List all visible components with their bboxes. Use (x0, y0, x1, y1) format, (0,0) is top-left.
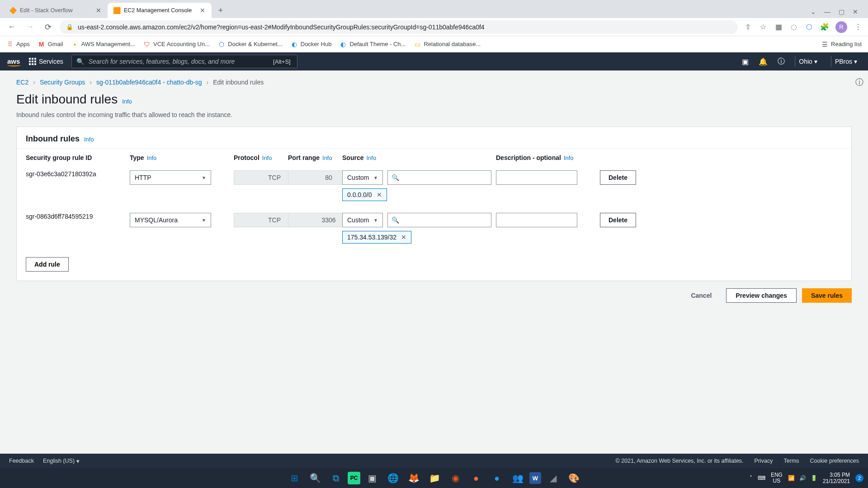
source-mode-select[interactable]: Custom ▼ (342, 170, 383, 185)
language-indicator[interactable]: US (771, 478, 783, 484)
star-icon[interactable]: ☆ (759, 23, 768, 32)
breadcrumb-sgid[interactable]: sg-011b0abfe946ca0f4 - chatto-db-sg (96, 79, 202, 86)
privacy-link[interactable]: Privacy (755, 458, 773, 464)
aws-logo[interactable]: aws (7, 57, 21, 66)
close-window-icon[interactable]: ✕ (853, 8, 858, 15)
firefox-icon[interactable]: 🦊 (405, 469, 423, 487)
description-input[interactable] (496, 170, 577, 185)
bookmark-relational-db[interactable]: ▭Relational database... (414, 41, 481, 48)
action-row: Cancel Preview changes Save rules (0, 281, 868, 310)
menu-icon[interactable]: ⋮ (854, 23, 863, 32)
cookie-link[interactable]: Cookie preferences (810, 458, 859, 464)
bookmark-apps[interactable]: ⠿Apps (6, 41, 30, 48)
region-selector[interactable]: Ohio▾ (795, 56, 821, 67)
chrome-icon[interactable]: 🌐 (384, 469, 402, 487)
close-icon[interactable]: ✕ (95, 7, 102, 14)
source-mode-select[interactable]: Custom ▼ (342, 213, 383, 227)
bookmark-aws[interactable]: ▪AWS Management... (71, 41, 135, 48)
profile-avatar[interactable]: R (835, 21, 847, 33)
feedback-link[interactable]: Feedback (9, 458, 34, 464)
extension-icon[interactable]: ▦ (774, 23, 783, 32)
breadcrumb-security-groups[interactable]: Security Groups (40, 79, 85, 86)
description-input[interactable] (496, 213, 577, 227)
info-panel-icon[interactable]: ⓘ (855, 77, 863, 88)
ubuntu-icon[interactable]: ◉ (446, 469, 464, 487)
teams-icon[interactable]: 👥 (509, 469, 527, 487)
source-search-input[interactable]: 🔍 (387, 170, 491, 185)
info-link[interactable]: Info (262, 155, 272, 161)
bookmark-gmail[interactable]: MGmail (38, 41, 63, 48)
remove-chip-icon[interactable]: ✕ (377, 191, 382, 198)
keyboard-icon[interactable]: ⌨ (758, 475, 765, 481)
remove-chip-icon[interactable]: ✕ (401, 234, 406, 241)
bell-icon[interactable]: 🔔 (759, 57, 768, 66)
add-rule-button[interactable]: Add rule (26, 257, 69, 272)
source-search-input[interactable]: 🔍 (387, 213, 491, 227)
figma-icon[interactable]: 🎨 (565, 469, 583, 487)
search-input[interactable] (89, 58, 269, 65)
bookmark-vce[interactable]: 🛡VCE Accounting Un... (143, 41, 210, 48)
close-icon[interactable]: ✕ (199, 7, 206, 14)
type-select[interactable]: HTTP ▼ (130, 170, 211, 185)
share-icon[interactable]: ⇧ (743, 23, 752, 32)
preview-button[interactable]: Preview changes (726, 288, 797, 303)
url-input[interactable]: 🔒 us-east-2.console.aws.amazon.com/ec2/v… (60, 20, 738, 34)
clock[interactable]: 3:05 PM 21/12/2021 (823, 472, 850, 485)
chevron-down-icon[interactable]: ⌄ (811, 8, 816, 15)
tray-icons[interactable]: 📶 🔊 🔋 (788, 475, 817, 481)
forward-button[interactable]: → (24, 21, 36, 33)
extensions-icon[interactable]: 🧩 (820, 23, 829, 32)
start-button[interactable]: ⊞ (285, 469, 303, 487)
delete-button[interactable]: Delete (600, 170, 636, 185)
minimize-icon[interactable]: — (824, 8, 830, 15)
pycharm-icon[interactable]: PC (348, 472, 360, 484)
tab-bar: 🔶 Edit - Stack Overflow ✕ 🟧 EC2 Manageme… (0, 0, 868, 18)
tab-inactive[interactable]: 🔶 Edit - Stack Overflow ✕ (4, 3, 108, 18)
app-icon[interactable]: ◢ (544, 469, 562, 487)
breadcrumb-ec2[interactable]: EC2 (16, 79, 28, 86)
notification-badge[interactable]: 2 (855, 474, 863, 482)
search-icon[interactable]: 🔍 (306, 469, 324, 487)
main-content: ⓘ EC2 › Security Groups › sg-011b0abfe94… (0, 70, 868, 310)
tab-active[interactable]: 🟧 EC2 Management Console ✕ (108, 3, 212, 18)
info-link[interactable]: Info (122, 98, 132, 105)
info-link[interactable]: Info (564, 155, 574, 161)
terminal-icon[interactable]: ▣ (363, 469, 381, 487)
breadcrumb-current: Edit inbound rules (213, 79, 264, 86)
bookmark-dockerhub[interactable]: ◐Docker Hub (291, 41, 332, 48)
language-selector[interactable]: English (US)▾ (43, 458, 80, 465)
help-icon[interactable]: ⓘ (778, 57, 785, 66)
copyright: © 2021, Amazon Web Services, Inc. or its… (615, 458, 743, 464)
caret-down-icon: ▼ (202, 218, 206, 223)
docker-icon[interactable]: ● (488, 469, 506, 487)
account-selector[interactable]: PBros▾ (831, 56, 861, 67)
search-box[interactable]: 🔍 [Alt+S] (71, 55, 297, 68)
explorer-icon[interactable]: 📁 (425, 469, 443, 487)
back-button[interactable]: ← (5, 21, 18, 33)
extension-icon[interactable]: ◌ (789, 23, 798, 32)
tray-chevron-icon[interactable]: ˄ (750, 475, 752, 481)
info-link[interactable]: Info (322, 155, 332, 161)
bookmark-docker-kube[interactable]: ⬡Docker & Kubernet... (218, 41, 283, 48)
info-link[interactable]: Info (366, 155, 376, 161)
postman-icon[interactable]: ● (467, 469, 485, 487)
info-link[interactable]: Info (147, 155, 157, 161)
new-tab-button[interactable]: + (214, 4, 227, 17)
cancel-button[interactable]: Cancel (682, 288, 721, 303)
bookmark-reading-list[interactable]: ☰Reading list (821, 41, 862, 48)
type-select[interactable]: MYSQL/Aurora ▼ (130, 213, 211, 227)
wifi-icon: 📶 (788, 475, 795, 481)
taskbar: ⊞ 🔍 ⧉ PC ▣ 🌐 🦊 📁 ◉ ● ● 👥 W ◢ 🎨 ˄ ⌨ ENG U… (0, 468, 868, 488)
bookmark-default-theme[interactable]: ◐Default Theme - Ch... (340, 41, 406, 48)
maximize-icon[interactable]: ▢ (839, 8, 844, 15)
delete-button[interactable]: Delete (600, 213, 636, 227)
save-button[interactable]: Save rules (802, 288, 852, 303)
reload-button[interactable]: ⟳ (42, 21, 54, 33)
word-icon[interactable]: W (529, 472, 541, 484)
cloudshell-icon[interactable]: ▣ (742, 57, 749, 66)
vscode-icon[interactable]: ⧉ (327, 469, 345, 487)
info-link[interactable]: Info (84, 136, 94, 143)
services-button[interactable]: Services (29, 58, 63, 65)
extension-icon[interactable]: ⬡ (805, 23, 814, 32)
terms-link[interactable]: Terms (784, 458, 799, 464)
